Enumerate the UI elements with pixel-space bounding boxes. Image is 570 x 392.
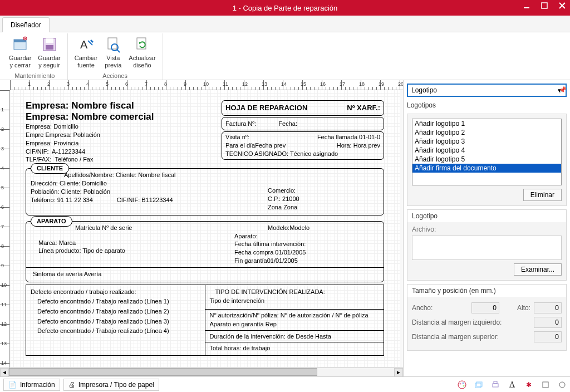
repair-title: HOJA DE REPARACION <box>225 103 307 113</box>
logo-listbox[interactable]: Añadir logotipo 1Añadir logotipo 2Añadir… <box>412 119 562 185</box>
ruler-vertical: 12345678910111213141516 <box>0 90 10 367</box>
status-info-button[interactable]: 📄 Información <box>3 379 60 391</box>
star-icon[interactable]: ✱ <box>524 380 533 389</box>
size-title: Tamaño y posición (en mm.) <box>407 285 566 297</box>
tab-bar: Diseñador <box>0 16 570 32</box>
cliente-pill: CLIENTE <box>31 163 69 174</box>
preview-icon <box>104 36 122 53</box>
print-icon[interactable] <box>491 380 500 389</box>
svg-line-17 <box>117 50 120 52</box>
report-page[interactable]: Empresa: Nombre fiscal Empresa: Nombre c… <box>10 90 400 367</box>
company-fiscal: Empresa: Nombre fiscal <box>26 100 215 111</box>
text-icon[interactable]: A <box>508 380 517 389</box>
save-close-button[interactable]: Guardary cerrar <box>6 33 35 71</box>
file-label: Archivo: <box>412 226 562 233</box>
list-item[interactable]: Añadir logotipo 3 <box>412 137 561 146</box>
tipo-int-garant: Aparato en garantía Rep <box>210 320 380 329</box>
defecto-title: Defecto encontrado / trabajo realizado: <box>31 287 200 297</box>
tipo-int-tipo: Tipo de intervención <box>210 296 380 306</box>
aparato-linea: Línea producto: Tipo de aparato <box>38 247 234 255</box>
palette-icon[interactable] <box>458 380 466 389</box>
height-input[interactable] <box>534 302 562 313</box>
company-commercial: Empresa: Nombre comercial <box>26 111 215 122</box>
cliente-cp: C.P.: 21000 <box>268 195 379 203</box>
tipo-int-dur: Duración de la intervención: de Desde Ha… <box>205 330 384 341</box>
list-item[interactable]: Añadir logotipo 1 <box>412 119 561 128</box>
canvas-scroll[interactable]: Empresa: Nombre fiscal Empresa: Nombre c… <box>10 90 403 367</box>
tech-label: TECNICO ASIGNADO: Técnico asignado <box>225 150 380 158</box>
status-printer-button[interactable]: 🖨 Impresora / Tipo de papel <box>63 379 159 391</box>
svg-marker-14 <box>90 40 94 43</box>
ribbon-label: Guardary cerrar <box>9 55 31 69</box>
titlebar: 1 - Copia de Parte de reparación <box>0 0 570 16</box>
save-continue-button[interactable]: Guardary seguir <box>35 33 63 71</box>
aparato-compra: Fecha compra 01/01/2005 <box>234 248 379 257</box>
square-icon[interactable] <box>541 380 550 389</box>
close-button[interactable] <box>558 1 567 10</box>
font-icon: A <box>77 36 95 53</box>
company-address: Empresa: Domicilio <box>26 122 215 131</box>
scroll-thumb[interactable] <box>9 368 317 376</box>
invoice-label: Factura Nº: <box>225 120 256 128</box>
dist-top-label: Distancia al margen superior: <box>412 333 530 341</box>
defecto-l3: Defecto encontrado / Trabajo realizado (… <box>37 317 200 327</box>
ribbon-group-mantenimiento: Guardary cerrar Guardary seguir Mantenim… <box>2 33 68 80</box>
circle-icon[interactable] <box>558 380 567 389</box>
scroll-left-button[interactable]: ◄ <box>0 368 9 377</box>
svg-point-23 <box>463 385 465 386</box>
svg-rect-27 <box>494 381 497 384</box>
visit-label: Visita nº: <box>225 133 249 141</box>
ribbon-label: Cambiarfuente <box>75 55 98 69</box>
pin-icon[interactable]: 📌 <box>559 86 567 94</box>
list-item[interactable]: Añadir logotipo 5 <box>412 155 561 164</box>
delete-button[interactable]: Eliminar <box>523 189 562 201</box>
panel-dropdown[interactable]: Logotipo ▼ 📌 <box>407 84 567 97</box>
ribbon-group-acciones: A Cambiarfuente Vistaprevia Actualizardi… <box>68 33 163 80</box>
dist-top-input[interactable] <box>534 331 562 342</box>
list-item[interactable]: Añadir firma del documento <box>412 164 561 173</box>
maximize-button[interactable] <box>540 1 549 10</box>
svg-point-21 <box>460 383 461 384</box>
status-info-label: Información <box>20 381 55 389</box>
dist-left-input[interactable] <box>534 317 562 328</box>
save-icon <box>41 36 58 53</box>
file-preview <box>412 236 562 260</box>
minimize-button[interactable] <box>522 1 531 10</box>
browse-button[interactable]: Examinar... <box>514 263 562 276</box>
change-font-button[interactable]: A Cambiarfuente <box>71 33 101 71</box>
cliente-name: Apellidos/Nombre: Cliente: Nombre fiscal <box>64 171 268 179</box>
defecto-l1: Defecto encontrado / Trabajo realizado (… <box>37 297 200 307</box>
scroll-right-button[interactable]: ► <box>394 368 403 377</box>
svg-rect-28 <box>543 382 548 388</box>
canvas-area: 1234567891011121314151617181920 12345678… <box>0 80 403 376</box>
svg-rect-11 <box>46 45 53 50</box>
aparato-ult: Fecha última intervención: <box>234 240 379 248</box>
refresh-design-button[interactable]: Actualizardiseño <box>125 33 159 71</box>
day-label: Para el díaFecha prev <box>225 141 286 150</box>
workspace: 1234567891011121314151617181920 12345678… <box>0 80 570 376</box>
printer-icon: 🖨 <box>68 381 75 389</box>
ruler-horizontal: 1234567891011121314151617181920 <box>10 80 403 90</box>
svg-rect-15 <box>108 38 117 49</box>
tab-designer[interactable]: Diseñador <box>2 17 50 32</box>
ribbon-label: Vistaprevia <box>105 55 121 69</box>
svg-point-20 <box>458 381 466 389</box>
list-item[interactable]: Añadir logotipo 2 <box>412 128 561 137</box>
aparato-averia: Sintoma de avería Avería <box>26 267 384 278</box>
cliente-tel: Teléfono: 91 11 22 334 <box>31 197 93 203</box>
list-item[interactable]: Añadir logotipo 4 <box>412 146 561 155</box>
panel-dropdown-label: Logotipo <box>411 86 437 94</box>
cliente-pob: Población: Cliente: Población <box>31 188 268 196</box>
width-input[interactable] <box>471 302 499 313</box>
svg-text:A: A <box>80 38 88 51</box>
cliente-cif: CIF/NIF: B11223344 <box>117 197 173 203</box>
status-printer-label: Impresora / Tipo de papel <box>78 381 154 389</box>
tlf-label: TLF/FAX: <box>26 156 51 163</box>
width-label: Ancho: <box>412 304 468 312</box>
scrollbar-horizontal[interactable]: ◄ ► <box>0 367 403 376</box>
layers-icon[interactable] <box>474 380 483 389</box>
cliente-comercio: Comercio: <box>268 187 379 195</box>
svg-rect-26 <box>493 384 498 387</box>
preview-button[interactable]: Vistaprevia <box>101 33 125 71</box>
aparato-aparato: Aparato: <box>234 232 379 241</box>
